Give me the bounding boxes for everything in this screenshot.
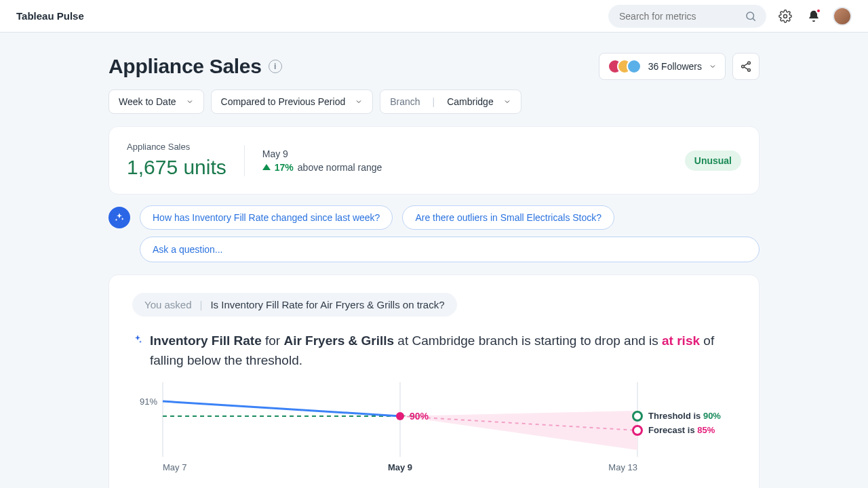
page-title: Appliance Sales — [108, 55, 262, 78]
search-icon — [745, 10, 757, 22]
search-input[interactable] — [618, 10, 739, 22]
sparkle-icon — [114, 212, 125, 223]
top-nav: Tableau Pulse — [0, 0, 868, 33]
chevron-down-icon — [503, 98, 511, 106]
ask-question-input[interactable]: Ask a question... — [140, 237, 760, 262]
compare-filter[interactable]: Compared to Previous Period — [211, 89, 374, 114]
svg-line-7 — [744, 67, 748, 69]
gear-icon — [778, 9, 792, 23]
svg-point-18 — [633, 426, 642, 435]
arrow-up-icon — [262, 164, 271, 170]
svg-line-6 — [744, 64, 748, 66]
svg-text:May 9: May 9 — [388, 462, 412, 472]
followers-button[interactable]: 36 Followers — [599, 53, 726, 80]
svg-text:91%: 91% — [140, 396, 157, 407]
fill-rate-chart: 91% 90% Threshold is 90% — [132, 375, 736, 486]
metric-date: May 9 — [262, 148, 382, 159]
you-asked-question: Is Inventory Fill Rate for Air Fryers & … — [210, 299, 444, 310]
insight-sentence: Inventory Fill Rate for Air Fryers & Gri… — [150, 331, 719, 370]
svg-text:Threshold is 90%: Threshold is 90% — [648, 411, 721, 421]
svg-point-15 — [396, 412, 404, 420]
notifications-button[interactable] — [804, 7, 823, 26]
ai-sparkle-button[interactable] — [108, 207, 130, 228]
sparkle-icon — [132, 334, 143, 345]
suggested-question-1[interactable]: How has Inventory Fill Rate changed sinc… — [140, 205, 393, 230]
metric-summary-card: Appliance Sales 1,675 units May 9 17% ab… — [108, 126, 760, 195]
dimension-filter[interactable]: Branch | Cambridge — [380, 89, 521, 114]
svg-point-2 — [784, 14, 787, 18]
svg-text:Forecast is 85%: Forecast is 85% — [648, 425, 715, 435]
status-badge: Unusual — [685, 150, 741, 171]
svg-point-3 — [748, 62, 751, 64]
notification-dot-icon — [816, 8, 821, 14]
svg-point-5 — [748, 68, 751, 71]
svg-line-1 — [753, 18, 755, 20]
you-asked-pill: You asked | Is Inventory Fill Rate for A… — [132, 293, 457, 317]
svg-text:May 7: May 7 — [163, 462, 186, 472]
suggested-question-2[interactable]: Are there outliers in Small Electricals … — [402, 205, 614, 230]
search-input-wrapper[interactable] — [608, 5, 766, 28]
chevron-down-icon — [186, 98, 194, 106]
info-icon[interactable]: i — [269, 60, 282, 73]
brand-label: Tableau Pulse — [16, 10, 84, 22]
insight-card: You asked | Is Inventory Fill Rate for A… — [108, 274, 760, 488]
chevron-down-icon — [355, 98, 363, 106]
share-icon — [740, 60, 752, 73]
chevron-down-icon — [709, 62, 717, 70]
follower-avatars — [608, 59, 642, 74]
followers-label: 36 Followers — [648, 61, 702, 72]
period-filter[interactable]: Week to Date — [108, 89, 204, 114]
svg-point-17 — [633, 412, 642, 421]
svg-text:90%: 90% — [410, 411, 429, 422]
svg-point-4 — [742, 65, 745, 68]
svg-point-0 — [747, 12, 754, 20]
settings-button[interactable] — [776, 7, 795, 26]
user-avatar[interactable] — [833, 7, 852, 26]
svg-text:May 13: May 13 — [608, 462, 637, 472]
share-button[interactable] — [732, 53, 760, 80]
svg-marker-13 — [400, 411, 637, 450]
metric-delta: 17% above normal range — [262, 162, 382, 173]
metric-value: 1,675 units — [127, 156, 226, 179]
metric-name: Appliance Sales — [127, 142, 226, 152]
